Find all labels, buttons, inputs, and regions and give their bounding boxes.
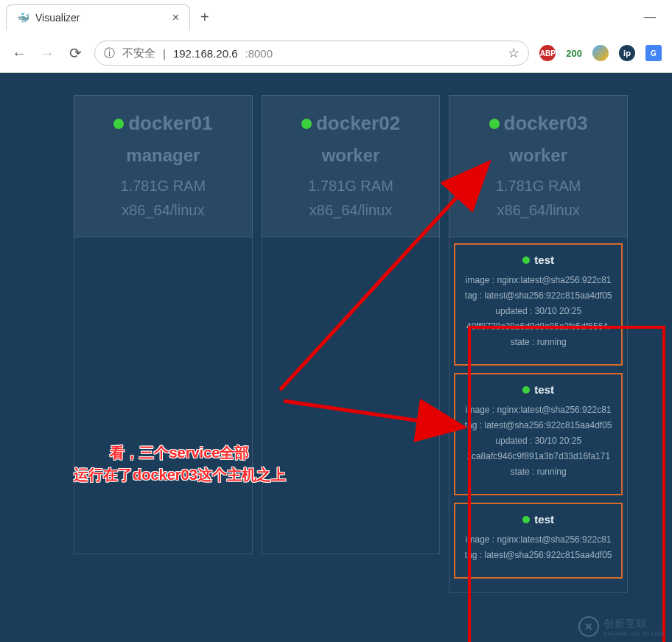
service-id: 40ff8738c38a6d9d8e85a3fc5df6564. <box>460 321 617 332</box>
watermark-brand: 创新互联 <box>603 618 665 631</box>
node-title: docker02 <box>270 112 433 135</box>
ip-extension-icon[interactable]: ip <box>619 45 635 61</box>
service-name: test <box>460 254 617 266</box>
node-role: worker <box>270 145 433 166</box>
service-tag: tag : latest@sha256:922c815aa4df05 <box>460 550 617 560</box>
node-arch: x86_64/linux <box>457 202 620 219</box>
browser-chrome: 🐳 Visualizer × + — ← → ⟳ ⓘ 不安全 | 192.168… <box>0 0 672 73</box>
nodes-container: docker01 manager 1.781G RAM x86_64/linux… <box>0 73 672 593</box>
services-list: test image : nginx:latest@sha256:922c81 … <box>449 237 628 593</box>
abp-extension-icon[interactable]: ABP <box>539 45 556 61</box>
status-dot-icon <box>301 119 312 129</box>
watermark-sub: CHUANG XIN HU LIAN <box>603 631 665 636</box>
node-arch: x86_64/linux <box>82 202 245 219</box>
watermark: ✕ 创新互联 CHUANG XIN HU LIAN <box>578 616 665 637</box>
service-name: test <box>460 513 617 526</box>
status-dot-icon <box>113 119 124 129</box>
node-role: worker <box>457 145 620 166</box>
services-list <box>262 237 441 554</box>
service-state: state : running <box>460 467 617 477</box>
node-role: manager <box>82 145 245 166</box>
service-updated: updated : 30/10 20:25 <box>460 436 617 446</box>
node-docker02: docker02 worker 1.781G RAM x86_64/linux <box>262 95 441 593</box>
window-controls: — <box>644 10 666 24</box>
cloud-extension-icon[interactable] <box>592 45 609 61</box>
node-header: docker03 worker 1.781G RAM x86_64/linux <box>449 95 628 237</box>
node-arch: x86_64/linux <box>270 202 433 219</box>
node-title: docker03 <box>457 112 620 135</box>
service-card[interactable]: test image : nginx:latest@sha256:922c81 … <box>454 503 623 579</box>
status-dot-icon <box>522 386 530 394</box>
url-port: :8000 <box>245 47 273 60</box>
docker-favicon-icon: 🐳 <box>17 12 29 24</box>
status-extension-icon[interactable]: 200 <box>566 45 582 61</box>
node-docker03: docker03 worker 1.781G RAM x86_64/linux … <box>449 95 628 593</box>
status-dot-icon <box>522 257 530 264</box>
service-state: state : running <box>460 337 617 347</box>
service-card[interactable]: test image : nginx:latest@sha256:922c81 … <box>454 243 623 366</box>
annotation-text: 看，三个service全部 运行在了docker03这个主机之上 <box>74 442 286 486</box>
service-image: image : nginx:latest@sha256:922c81 <box>460 275 617 285</box>
forward-button[interactable]: → <box>38 45 56 62</box>
service-tag: tag : latest@sha256:922c815aa4df05 <box>460 420 617 430</box>
reload-button[interactable]: ⟳ <box>66 44 84 62</box>
service-updated: updated : 30/10 20:25 <box>460 306 617 316</box>
status-dot-icon <box>522 516 530 523</box>
minimize-icon[interactable]: — <box>644 10 656 24</box>
address-bar: ← → ⟳ ⓘ 不安全 | 192.168.20.6:8000 ☆ ABP 20… <box>0 34 672 72</box>
service-image: image : nginx:latest@sha256:922c81 <box>460 405 617 415</box>
new-tab-button[interactable]: + <box>200 9 209 26</box>
visualizer-page: docker01 manager 1.781G RAM x86_64/linux… <box>0 73 672 642</box>
node-title: docker01 <box>82 112 245 135</box>
tab-title: Visualizer <box>35 12 80 24</box>
browser-tab[interactable]: 🐳 Visualizer × <box>6 4 190 30</box>
node-ram: 1.781G RAM <box>457 178 620 195</box>
watermark-logo-icon: ✕ <box>578 616 599 637</box>
service-tag: tag : latest@sha256:922c815aa4df05 <box>460 290 617 301</box>
service-image: image : nginx:latest@sha256:922c81 <box>460 534 617 545</box>
google-extension-icon[interactable]: G <box>645 45 662 61</box>
bookmark-star-icon[interactable]: ☆ <box>508 45 519 61</box>
extension-icons: ABP 200 ip G <box>539 45 662 61</box>
services-list <box>74 237 253 554</box>
tab-bar: 🐳 Visualizer × + — <box>0 0 672 34</box>
node-ram: 1.781G RAM <box>270 178 433 195</box>
service-name: test <box>460 383 617 396</box>
service-id: 1ca8afc946c9f891a3b7d33d16fa171 <box>460 451 617 461</box>
service-card[interactable]: test image : nginx:latest@sha256:922c81 … <box>454 373 623 495</box>
url-input[interactable]: ⓘ 不安全 | 192.168.20.6:8000 ☆ <box>94 41 529 66</box>
info-icon[interactable]: ⓘ <box>104 46 115 60</box>
close-tab-icon[interactable]: × <box>172 11 179 24</box>
url-host: 192.168.20.6 <box>173 47 238 60</box>
node-header: docker02 worker 1.781G RAM x86_64/linux <box>262 95 441 237</box>
insecure-label: 不安全 <box>122 46 155 60</box>
node-docker01: docker01 manager 1.781G RAM x86_64/linux <box>74 95 253 593</box>
status-dot-icon <box>489 119 500 129</box>
back-button[interactable]: ← <box>10 45 28 62</box>
node-header: docker01 manager 1.781G RAM x86_64/linux <box>74 95 253 237</box>
node-ram: 1.781G RAM <box>82 178 245 195</box>
separator: | <box>163 47 166 60</box>
